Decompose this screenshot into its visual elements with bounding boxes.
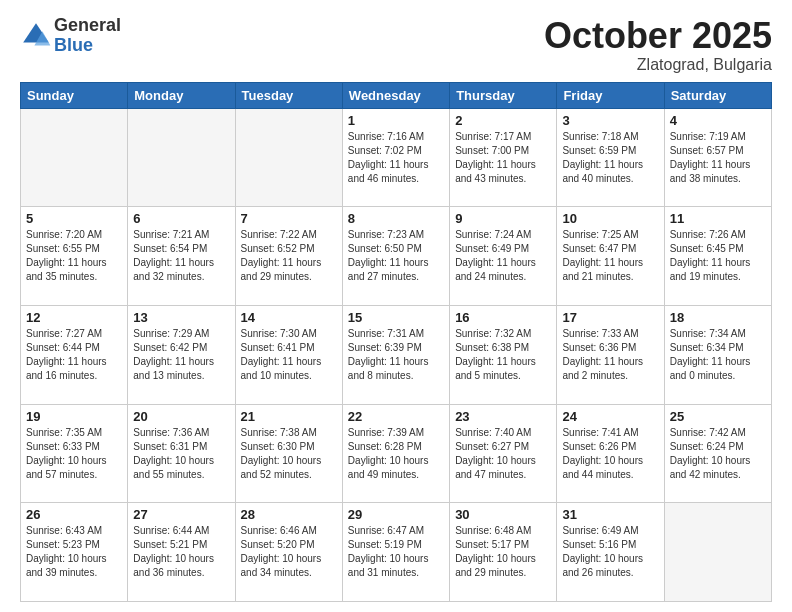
day-info: Sunrise: 7:33 AM Sunset: 6:36 PM Dayligh… [562,327,658,383]
day-info: Sunrise: 7:36 AM Sunset: 6:31 PM Dayligh… [133,426,229,482]
day-info: Sunrise: 7:18 AM Sunset: 6:59 PM Dayligh… [562,130,658,186]
logo-blue: Blue [54,36,121,56]
day-number: 1 [348,113,444,128]
col-header-sunday: Sunday [21,82,128,108]
day-cell [128,108,235,207]
logo: General Blue [20,16,121,56]
day-cell: 14Sunrise: 7:30 AM Sunset: 6:41 PM Dayli… [235,305,342,404]
col-header-wednesday: Wednesday [342,82,449,108]
day-info: Sunrise: 7:25 AM Sunset: 6:47 PM Dayligh… [562,228,658,284]
day-cell: 12Sunrise: 7:27 AM Sunset: 6:44 PM Dayli… [21,305,128,404]
day-cell: 29Sunrise: 6:47 AM Sunset: 5:19 PM Dayli… [342,503,449,602]
day-cell: 20Sunrise: 7:36 AM Sunset: 6:31 PM Dayli… [128,404,235,503]
logo-general: General [54,16,121,36]
week-row: 26Sunrise: 6:43 AM Sunset: 5:23 PM Dayli… [21,503,772,602]
day-info: Sunrise: 7:42 AM Sunset: 6:24 PM Dayligh… [670,426,766,482]
day-info: Sunrise: 7:17 AM Sunset: 7:00 PM Dayligh… [455,130,551,186]
day-number: 19 [26,409,122,424]
day-number: 30 [455,507,551,522]
day-info: Sunrise: 6:47 AM Sunset: 5:19 PM Dayligh… [348,524,444,580]
day-info: Sunrise: 7:39 AM Sunset: 6:28 PM Dayligh… [348,426,444,482]
week-row: 5Sunrise: 7:20 AM Sunset: 6:55 PM Daylig… [21,207,772,306]
day-cell: 25Sunrise: 7:42 AM Sunset: 6:24 PM Dayli… [664,404,771,503]
day-info: Sunrise: 7:40 AM Sunset: 6:27 PM Dayligh… [455,426,551,482]
day-cell: 6Sunrise: 7:21 AM Sunset: 6:54 PM Daylig… [128,207,235,306]
day-cell: 11Sunrise: 7:26 AM Sunset: 6:45 PM Dayli… [664,207,771,306]
day-info: Sunrise: 6:44 AM Sunset: 5:21 PM Dayligh… [133,524,229,580]
day-cell: 26Sunrise: 6:43 AM Sunset: 5:23 PM Dayli… [21,503,128,602]
day-number: 27 [133,507,229,522]
week-row: 19Sunrise: 7:35 AM Sunset: 6:33 PM Dayli… [21,404,772,503]
day-number: 2 [455,113,551,128]
week-row: 12Sunrise: 7:27 AM Sunset: 6:44 PM Dayli… [21,305,772,404]
day-cell: 9Sunrise: 7:24 AM Sunset: 6:49 PM Daylig… [450,207,557,306]
day-number: 15 [348,310,444,325]
day-info: Sunrise: 6:48 AM Sunset: 5:17 PM Dayligh… [455,524,551,580]
day-cell: 3Sunrise: 7:18 AM Sunset: 6:59 PM Daylig… [557,108,664,207]
day-number: 17 [562,310,658,325]
day-number: 11 [670,211,766,226]
month-title: October 2025 [544,16,772,56]
day-info: Sunrise: 7:38 AM Sunset: 6:30 PM Dayligh… [241,426,337,482]
day-info: Sunrise: 7:30 AM Sunset: 6:41 PM Dayligh… [241,327,337,383]
day-number: 26 [26,507,122,522]
col-header-saturday: Saturday [664,82,771,108]
day-cell: 28Sunrise: 6:46 AM Sunset: 5:20 PM Dayli… [235,503,342,602]
day-info: Sunrise: 7:21 AM Sunset: 6:54 PM Dayligh… [133,228,229,284]
day-cell: 8Sunrise: 7:23 AM Sunset: 6:50 PM Daylig… [342,207,449,306]
calendar-body: 1Sunrise: 7:16 AM Sunset: 7:02 PM Daylig… [21,108,772,601]
day-cell: 24Sunrise: 7:41 AM Sunset: 6:26 PM Dayli… [557,404,664,503]
day-cell: 4Sunrise: 7:19 AM Sunset: 6:57 PM Daylig… [664,108,771,207]
day-info: Sunrise: 7:19 AM Sunset: 6:57 PM Dayligh… [670,130,766,186]
calendar-header: SundayMondayTuesdayWednesdayThursdayFrid… [21,82,772,108]
day-info: Sunrise: 7:16 AM Sunset: 7:02 PM Dayligh… [348,130,444,186]
day-number: 5 [26,211,122,226]
day-info: Sunrise: 7:41 AM Sunset: 6:26 PM Dayligh… [562,426,658,482]
col-header-friday: Friday [557,82,664,108]
day-info: Sunrise: 6:49 AM Sunset: 5:16 PM Dayligh… [562,524,658,580]
day-info: Sunrise: 7:22 AM Sunset: 6:52 PM Dayligh… [241,228,337,284]
day-cell: 31Sunrise: 6:49 AM Sunset: 5:16 PM Dayli… [557,503,664,602]
day-info: Sunrise: 7:20 AM Sunset: 6:55 PM Dayligh… [26,228,122,284]
day-cell: 21Sunrise: 7:38 AM Sunset: 6:30 PM Dayli… [235,404,342,503]
day-number: 20 [133,409,229,424]
day-info: Sunrise: 6:43 AM Sunset: 5:23 PM Dayligh… [26,524,122,580]
day-number: 12 [26,310,122,325]
day-number: 24 [562,409,658,424]
day-cell [664,503,771,602]
day-number: 10 [562,211,658,226]
day-number: 28 [241,507,337,522]
day-info: Sunrise: 7:29 AM Sunset: 6:42 PM Dayligh… [133,327,229,383]
col-header-thursday: Thursday [450,82,557,108]
day-cell: 2Sunrise: 7:17 AM Sunset: 7:00 PM Daylig… [450,108,557,207]
day-info: Sunrise: 7:32 AM Sunset: 6:38 PM Dayligh… [455,327,551,383]
day-info: Sunrise: 7:26 AM Sunset: 6:45 PM Dayligh… [670,228,766,284]
day-info: Sunrise: 7:23 AM Sunset: 6:50 PM Dayligh… [348,228,444,284]
day-number: 8 [348,211,444,226]
col-header-monday: Monday [128,82,235,108]
day-cell: 13Sunrise: 7:29 AM Sunset: 6:42 PM Dayli… [128,305,235,404]
day-cell [235,108,342,207]
page: General Blue October 2025 Zlatograd, Bul… [0,0,792,612]
day-cell: 7Sunrise: 7:22 AM Sunset: 6:52 PM Daylig… [235,207,342,306]
header: General Blue October 2025 Zlatograd, Bul… [20,16,772,74]
day-info: Sunrise: 6:46 AM Sunset: 5:20 PM Dayligh… [241,524,337,580]
day-number: 29 [348,507,444,522]
day-number: 3 [562,113,658,128]
day-cell: 10Sunrise: 7:25 AM Sunset: 6:47 PM Dayli… [557,207,664,306]
day-number: 16 [455,310,551,325]
day-cell: 15Sunrise: 7:31 AM Sunset: 6:39 PM Dayli… [342,305,449,404]
day-cell: 22Sunrise: 7:39 AM Sunset: 6:28 PM Dayli… [342,404,449,503]
logo-text: General Blue [54,16,121,56]
day-cell: 17Sunrise: 7:33 AM Sunset: 6:36 PM Dayli… [557,305,664,404]
day-number: 21 [241,409,337,424]
day-number: 6 [133,211,229,226]
day-cell: 23Sunrise: 7:40 AM Sunset: 6:27 PM Dayli… [450,404,557,503]
day-number: 13 [133,310,229,325]
calendar-table: SundayMondayTuesdayWednesdayThursdayFrid… [20,82,772,602]
day-info: Sunrise: 7:34 AM Sunset: 6:34 PM Dayligh… [670,327,766,383]
day-cell [21,108,128,207]
day-cell: 27Sunrise: 6:44 AM Sunset: 5:21 PM Dayli… [128,503,235,602]
day-number: 14 [241,310,337,325]
header-row: SundayMondayTuesdayWednesdayThursdayFrid… [21,82,772,108]
